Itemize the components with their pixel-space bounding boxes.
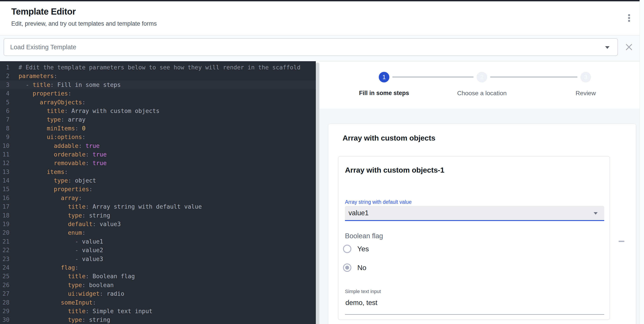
code-line: 26 type: boolean <box>0 281 316 289</box>
load-existing-template-select[interactable]: Load Existing Template <box>4 38 618 56</box>
clear-selection-button[interactable] <box>624 42 634 52</box>
code-text: title: Array string with default value <box>18 202 202 211</box>
page-header: Template Editor Edit, preview, and try o… <box>0 1 644 35</box>
code-text: parameters: <box>18 72 58 80</box>
stepper: 1Fill in some steps2Choose a location3Re… <box>319 62 644 109</box>
array-item-card: Array with custom objects-1 Array string… <box>338 156 610 320</box>
code-text: title: Boolean flag <box>18 272 135 280</box>
line-number: 13 <box>0 168 10 176</box>
radio-option-label[interactable]: Yes <box>357 245 369 253</box>
code-text: type: string <box>18 315 110 324</box>
code-text: - value3 <box>18 255 103 263</box>
code-line: 17 title: Array string with default valu… <box>0 202 316 211</box>
pane-divider-handle[interactable] <box>316 63 319 324</box>
page-subtitle: Edit, preview, and try out templates and… <box>11 20 157 27</box>
radio-option-no[interactable]: No <box>343 261 366 274</box>
code-line: 3 - title: Fill in some steps <box>0 81 316 89</box>
code-text: type: object <box>18 176 96 185</box>
code-line: 5 arrayObjects: <box>0 98 316 107</box>
code-line: 4 properties: <box>0 89 316 98</box>
template-preview-panel: 1Fill in some steps2Choose a location3Re… <box>319 61 644 324</box>
step-circle-3: 3 <box>580 72 591 82</box>
code-line: 24 flag: <box>0 263 316 272</box>
code-line: 2parameters: <box>0 72 316 80</box>
more-options-button[interactable] <box>624 13 634 23</box>
code-line: 1# Edit the template parameters below to… <box>0 63 316 72</box>
code-line: 13 items: <box>0 168 316 176</box>
step-label-2: Choose a location <box>438 90 526 97</box>
line-number: 29 <box>0 307 10 315</box>
line-number: 4 <box>0 89 10 98</box>
simple-text-input[interactable]: demo, test <box>345 296 604 315</box>
line-number: 7 <box>0 115 10 124</box>
form-card: Array with custom objects Array with cus… <box>328 124 636 324</box>
stepper-connector <box>490 77 577 77</box>
code-text: flag: <box>18 263 78 272</box>
code-line: 16 array: <box>0 194 316 202</box>
code-line: 21 - value1 <box>0 237 316 246</box>
code-text: - value1 <box>18 237 103 246</box>
code-line: 15 properties: <box>0 185 316 193</box>
yaml-code-editor[interactable]: 1# Edit the template parameters below to… <box>0 61 316 324</box>
line-number: 19 <box>0 220 10 228</box>
stepper-connector <box>392 77 474 77</box>
code-line: 6 title: Array with custom objects <box>0 107 316 115</box>
code-line: 30 type: string <box>0 315 316 324</box>
step-label-1: Fill in some steps <box>340 90 428 97</box>
line-number: 18 <box>0 211 10 220</box>
step-circle-1: 1 <box>379 72 389 82</box>
line-number: 27 <box>0 289 10 298</box>
code-line: 8 minItems: 0 <box>0 124 316 133</box>
form-zone: Array with custom objects Array with cus… <box>319 109 644 324</box>
code-text: someInput: <box>18 298 96 307</box>
line-number: 24 <box>0 263 10 272</box>
code-line: 22 - value2 <box>0 246 316 254</box>
line-number: 3 <box>0 81 10 89</box>
line-number: 12 <box>0 159 10 167</box>
radio-unchecked-icon[interactable] <box>343 245 351 253</box>
code-text: addable: true <box>18 141 100 150</box>
code-text: - value2 <box>18 246 103 254</box>
code-text: removable: true <box>18 159 107 167</box>
code-line: 10 addable: true <box>0 141 316 150</box>
radio-option-label[interactable]: No <box>357 264 366 272</box>
code-text: enum: <box>18 228 86 237</box>
load-select-placeholder: Load Existing Template <box>10 44 76 51</box>
template-editor-page: Template Editor Edit, preview, and try o… <box>0 0 644 324</box>
page-scrollbar[interactable] <box>640 0 644 324</box>
line-number: 1 <box>0 63 10 72</box>
code-line: 18 type: string <box>0 211 316 220</box>
kebab-icon <box>628 20 630 22</box>
code-line: 25 title: Boolean flag <box>0 272 316 280</box>
remove-item-button[interactable] <box>615 235 628 247</box>
radio-option-yes[interactable]: Yes <box>343 243 369 255</box>
code-text: # Edit the template parameters below to … <box>18 63 300 72</box>
main-split: 1# Edit the template parameters below to… <box>0 61 644 324</box>
code-text: items: <box>18 168 68 176</box>
line-number: 26 <box>0 281 10 289</box>
line-number: 11 <box>0 150 10 159</box>
code-text: ui:options: <box>18 133 86 141</box>
load-template-bar: Load Existing Template <box>0 35 644 61</box>
code-text: array: <box>18 194 82 202</box>
radio-group-label: Boolean flag <box>345 232 383 240</box>
array-string-select[interactable]: value1 <box>345 206 604 221</box>
line-number: 21 <box>0 237 10 246</box>
code-text: title: Array with custom objects <box>18 107 160 115</box>
code-line: 27 ui:widget: radio <box>0 289 316 298</box>
step-label-3: Review <box>542 90 630 97</box>
code-text: minItems: 0 <box>18 124 86 133</box>
line-number: 20 <box>0 228 10 237</box>
line-number: 17 <box>0 202 10 211</box>
line-number: 5 <box>0 98 10 107</box>
radio-checked-icon[interactable] <box>343 263 351 272</box>
select-value: value1 <box>348 209 368 217</box>
page-title: Template Editor <box>11 7 76 17</box>
line-number: 28 <box>0 298 10 307</box>
line-number: 25 <box>0 272 10 280</box>
code-line: 11 orderable: true <box>0 150 316 159</box>
array-item-title: Array with custom objects-1 <box>345 166 444 174</box>
code-text: - title: Fill in some steps <box>18 81 121 89</box>
line-number: 2 <box>0 72 10 80</box>
code-line: 14 type: object <box>0 176 316 185</box>
